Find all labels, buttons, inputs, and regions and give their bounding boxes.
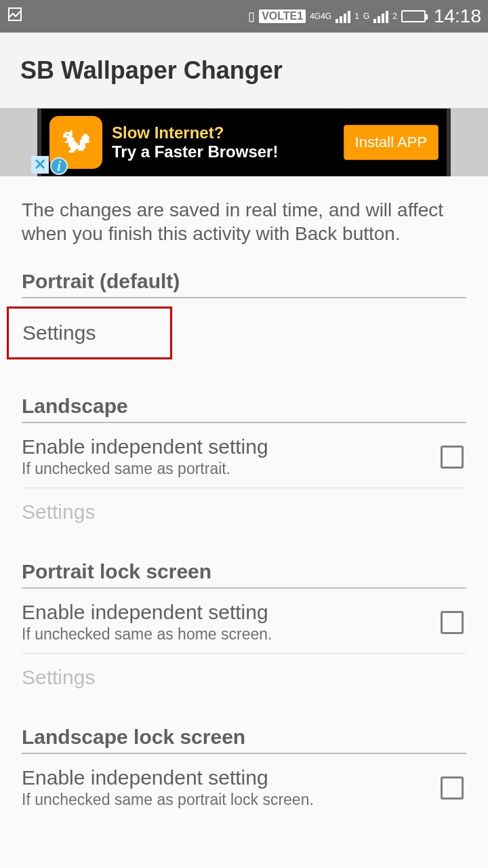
settings-content: The changes are saved in real time, and …: [0, 176, 488, 818]
app-title: SB Wallpaper Changer: [20, 56, 283, 85]
item-subtitle: If unchecked same as portrait lock scree…: [22, 791, 314, 809]
checkbox-landscape-lock[interactable]: [441, 776, 464, 800]
section-header-landscape: Landscape: [22, 395, 466, 423]
ad-banner[interactable]: Slow Internet? Try a Faster Browser! Ins…: [0, 108, 488, 176]
enable-item-landscape[interactable]: Enable independent setting If unchecked …: [22, 423, 466, 488]
signal-icon-1: [336, 9, 350, 23]
volte-badge: VOLTE1: [259, 9, 306, 23]
item-title: Enable independent setting: [22, 435, 268, 458]
ad-info-icon[interactable]: i: [50, 157, 68, 175]
item-subtitle: If unchecked same as portrait.: [22, 460, 268, 478]
image-icon: [7, 6, 23, 26]
ad-headline: Slow Internet?: [112, 123, 334, 142]
item-subtitle: If unchecked same as home screen.: [22, 625, 272, 644]
item-title: Enable independent setting: [22, 601, 272, 624]
vibrate-icon: ▯: [248, 9, 255, 24]
checkbox-portrait-lock[interactable]: [441, 611, 464, 634]
battery-icon: [401, 10, 426, 22]
settings-item-portrait[interactable]: Settings: [7, 307, 172, 359]
sim2-label: G: [363, 12, 369, 21]
settings-item-landscape: Settings: [22, 488, 466, 533]
enable-item-portrait-lock[interactable]: Enable independent setting If unchecked …: [22, 589, 466, 654]
sim2-sub: 2: [392, 12, 397, 21]
section-header-portrait-lock: Portrait lock screen: [22, 560, 466, 589]
settings-label-disabled: Settings: [22, 666, 95, 689]
status-bar: ▯ VOLTE1 4G4G 1 G 2 14:18: [0, 0, 488, 33]
ad-install-button[interactable]: Install APP: [344, 125, 439, 160]
clock: 14:18: [434, 5, 481, 27]
settings-label-disabled: Settings: [22, 500, 95, 524]
settings-label: Settings: [22, 321, 96, 344]
signal-icon-2: [373, 9, 388, 23]
section-header-landscape-lock: Landscape lock screen: [22, 726, 466, 754]
ad-close-icon[interactable]: ✕: [31, 156, 49, 174]
ad-subline: Try a Faster Browser!: [112, 142, 334, 161]
settings-item-portrait-lock: Settings: [22, 654, 466, 698]
section-header-portrait: Portrait (default): [22, 270, 466, 298]
app-bar: SB Wallpaper Changer: [0, 33, 488, 108]
checkbox-landscape[interactable]: [441, 446, 464, 469]
intro-text: The changes are saved in real time, and …: [22, 198, 466, 245]
network-label: 4G4G: [310, 12, 331, 21]
ad-text: Slow Internet? Try a Faster Browser!: [112, 123, 334, 161]
sim1-sub: 1: [354, 12, 359, 21]
svg-rect-0: [9, 8, 21, 20]
item-title: Enable independent setting: [22, 766, 314, 789]
enable-item-landscape-lock[interactable]: Enable independent setting If unchecked …: [22, 754, 466, 818]
